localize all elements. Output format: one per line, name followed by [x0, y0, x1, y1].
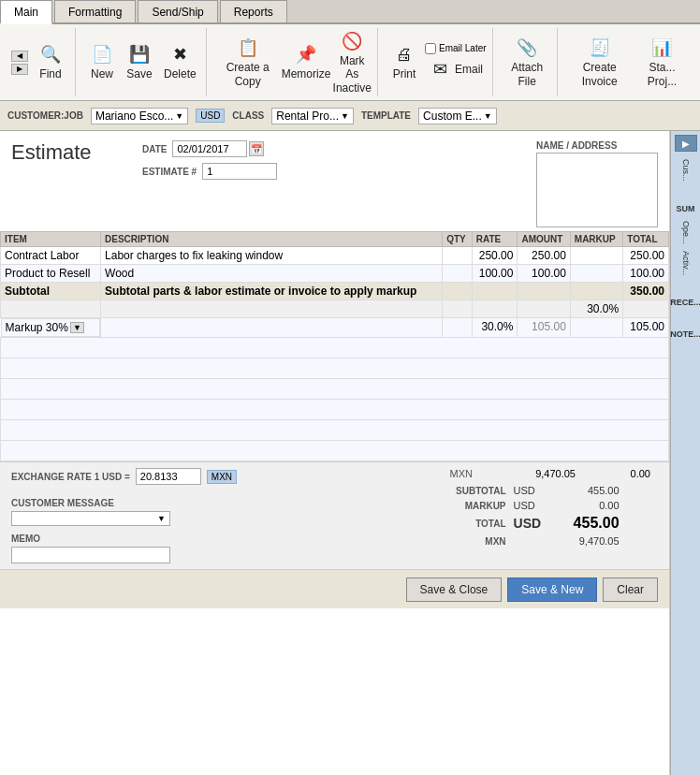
cell-rate-rate[interactable]: [472, 300, 518, 318]
date-row: DATE 📅: [142, 140, 277, 157]
customer-row: CUSTOMER:JOB Mariano Esco... ▼ USD CLASS…: [0, 101, 700, 131]
cell-rate-subtotal[interactable]: [472, 283, 518, 300]
cell-amount[interactable]: 250.00: [518, 247, 570, 265]
exchange-input[interactable]: [136, 468, 201, 485]
bottom-row: EXCHANGE RATE 1 USD = MXN CUSTOMER MESSA…: [11, 468, 658, 563]
cell-description[interactable]: Wood: [101, 265, 443, 283]
cell-amount-rate[interactable]: [518, 300, 570, 318]
calendar-icon[interactable]: 📅: [249, 141, 264, 156]
tab-reports[interactable]: Reports: [220, 0, 287, 22]
table-row-empty: [1, 338, 669, 358]
name-address-section: NAME / ADDRESS: [536, 140, 658, 227]
status-proj-button[interactable]: 📊 Sta... Proj...: [635, 35, 689, 90]
cell-markup[interactable]: [570, 265, 622, 283]
tab-main[interactable]: Main: [0, 0, 52, 24]
sidebar-expand-arrow[interactable]: ▶: [675, 135, 697, 152]
cell-desc-markup[interactable]: [101, 318, 443, 338]
cell-markup[interactable]: [570, 247, 622, 265]
save-button[interactable]: 💾 Save: [123, 41, 156, 82]
currency-tag[interactable]: USD: [196, 109, 225, 123]
cell-rate[interactable]: 250.00: [472, 247, 518, 265]
clear-button[interactable]: Clear: [603, 578, 658, 602]
cell-amount[interactable]: 100.00: [518, 265, 570, 283]
cell-total-rate[interactable]: [623, 300, 669, 318]
name-address-label: NAME / ADDRESS: [536, 140, 658, 151]
date-input[interactable]: [172, 140, 247, 157]
name-address-box[interactable]: [536, 153, 658, 227]
mark-inactive-icon: 🚫: [341, 30, 363, 52]
memo-input[interactable]: [11, 547, 170, 563]
email-button[interactable]: ✉ Email: [425, 56, 487, 82]
cell-desc-rate[interactable]: [101, 300, 443, 318]
email-later-checkbox[interactable]: [425, 43, 436, 54]
right-sidebar: ▶ Cus... SUM Ope... Activ... RECE... NOT…: [670, 131, 700, 775]
cell-qty[interactable]: [443, 247, 473, 265]
cell-total-subtotal[interactable]: 350.00: [623, 283, 669, 300]
cell-description[interactable]: Labor charges to fix leaking window: [101, 247, 443, 265]
create-invoice-icon: 🧾: [589, 37, 611, 59]
cell-total[interactable]: 100.00: [623, 265, 669, 283]
nav-right-arrow[interactable]: ▶: [11, 64, 28, 75]
form-panel: Estimate DATE 📅 ESTIMATE # NAME / ADDRES…: [0, 131, 670, 775]
print-button[interactable]: 🖨 Print: [387, 41, 421, 82]
cell-qty[interactable]: [443, 265, 473, 283]
nav-left-arrow[interactable]: ◀: [11, 51, 28, 62]
cell-amount-markup[interactable]: 105.00: [518, 318, 570, 338]
customer-message-section: CUSTOMER MESSAGE ▼: [11, 498, 237, 526]
col-amount: AMOUNT: [518, 232, 570, 247]
estimate-num-input[interactable]: [202, 163, 277, 180]
status-proj-icon: 📊: [650, 37, 673, 59]
cell-description-subtotal[interactable]: Subtotal parts & labor estimate or invoi…: [101, 283, 443, 300]
cell-item[interactable]: Product to Resell: [1, 265, 101, 283]
cell-qty-rate[interactable]: [443, 300, 473, 318]
table-wrapper: ITEM DESCRIPTION QTY RATE AMOUNT MARKUP …: [0, 231, 669, 461]
cell-item-rate[interactable]: [1, 300, 101, 318]
template-dropdown[interactable]: Custom E... ▼: [418, 108, 497, 124]
subtotal-row: SUBTOTAL USD 455.00: [450, 485, 650, 496]
cell-amount-subtotal[interactable]: [518, 283, 570, 300]
cell-markup-subtotal[interactable]: [570, 283, 622, 300]
cell-total[interactable]: 250.00: [623, 247, 669, 265]
col-total: TOTAL: [623, 232, 669, 247]
template-label: TEMPLATE: [361, 110, 411, 121]
mark-inactive-button[interactable]: 🚫 Mark As Inactive: [332, 28, 372, 96]
cell-rate-markup[interactable]: 30.0%: [472, 318, 518, 338]
customer-job-dropdown[interactable]: Mariano Esco... ▼: [91, 108, 188, 124]
estimate-num-label: ESTIMATE #: [142, 167, 197, 177]
class-dropdown[interactable]: Rental Pro... ▼: [271, 108, 354, 124]
new-button[interactable]: 📄 New: [85, 41, 119, 82]
create-copy-button[interactable]: 📋 Create a Copy: [216, 35, 280, 90]
customer-message-dropdown[interactable]: ▼: [11, 511, 170, 526]
date-label: DATE: [142, 144, 167, 154]
cell-item[interactable]: Contract Labor: [1, 247, 101, 265]
save-close-button[interactable]: Save & Close: [406, 578, 503, 602]
save-new-button[interactable]: Save & New: [507, 578, 597, 602]
estimate-title: Estimate: [11, 140, 124, 165]
tab-bar: Main Formatting Send/Ship Reports: [0, 0, 700, 24]
tab-send-ship[interactable]: Send/Ship: [138, 0, 217, 22]
cell-markup-markup[interactable]: [570, 318, 622, 338]
cell-item-subtotal[interactable]: Subtotal: [1, 283, 101, 300]
memorize-button[interactable]: 📌 Memorize: [284, 41, 329, 82]
cell-total-markup[interactable]: 105.00: [623, 318, 669, 338]
create-invoice-button[interactable]: 🧾 Create Invoice: [567, 35, 632, 90]
cell-rate[interactable]: 100.00: [472, 265, 518, 283]
find-button[interactable]: 🔍 Find: [32, 39, 69, 84]
delete-button[interactable]: ✖ Delete: [160, 41, 200, 82]
print-icon: 🖨: [393, 43, 416, 66]
attach-file-button[interactable]: 📎 Attach File: [503, 35, 551, 90]
markup-dropdown-arrow[interactable]: ▼: [70, 322, 84, 333]
cell-markup-rate[interactable]: 30.0%: [570, 300, 622, 318]
total-label: TOTAL: [450, 519, 506, 529]
tab-formatting[interactable]: Formatting: [54, 0, 136, 22]
table-row-markup: Markup 30% ▼ 30.0% 105.00 105.00: [1, 318, 669, 338]
cell-qty-markup[interactable]: [443, 318, 473, 338]
total-currency: USD: [514, 516, 547, 531]
exchange-label: EXCHANGE RATE 1 USD =: [11, 472, 130, 482]
cell-qty-subtotal[interactable]: [443, 283, 473, 300]
cell-item-markup[interactable]: Markup 30% ▼: [1, 318, 101, 337]
estimate-header: Estimate DATE 📅 ESTIMATE # NAME / ADDRES…: [0, 131, 669, 231]
bottom-section: EXCHANGE RATE 1 USD = MXN CUSTOMER MESSA…: [0, 461, 669, 569]
sidebar-active-label: Activ...: [681, 251, 691, 275]
exchange-currency-tag[interactable]: MXN: [207, 470, 237, 484]
